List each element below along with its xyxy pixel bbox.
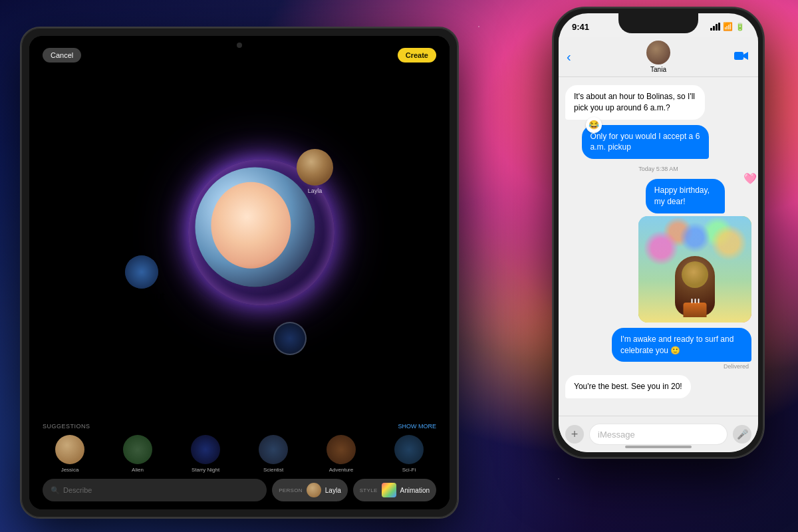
space-floating-item[interactable]: Space bbox=[273, 322, 307, 369]
iphone-device: 9:41 📶 🔋 ‹ Tania bbox=[552, 7, 765, 459]
iphone-notch bbox=[618, 13, 698, 33]
create-button[interactable]: Create bbox=[398, 48, 436, 63]
style-tag-value: Animation bbox=[400, 487, 430, 494]
svg-rect-0 bbox=[734, 52, 743, 60]
suggestion-adventure[interactable]: Adventure bbox=[314, 435, 368, 473]
describe-input[interactable]: 🔍 Describe bbox=[43, 479, 267, 501]
avatar-face bbox=[211, 182, 291, 269]
cancel-button[interactable]: Cancel bbox=[43, 48, 81, 63]
ipad-bottom-bar: 🔍 Describe PERSON Layla STYLE Animation bbox=[43, 476, 436, 509]
person-tag[interactable]: PERSON Layla bbox=[272, 479, 348, 501]
message-bubble-sent-4: I'm awake and ready to surf and celebrat… bbox=[612, 328, 751, 362]
mic-button[interactable]: 🎤 bbox=[733, 425, 751, 444]
alien-name: Alien bbox=[110, 467, 165, 473]
message-5: You're the best. See you in 20! bbox=[565, 375, 751, 398]
message-4: I'm awake and ready to surf and celebrat… bbox=[565, 328, 751, 370]
suggestion-starrynight[interactable]: Starry Night bbox=[178, 435, 233, 473]
ipad-camera bbox=[237, 43, 242, 48]
suggestions-header: SUGGESTIONS SHOW MORE bbox=[43, 423, 436, 430]
birthday-image bbox=[638, 216, 751, 323]
person-tag-value: Layla bbox=[325, 487, 341, 494]
contact-avatar bbox=[646, 41, 670, 65]
space-label: Space bbox=[273, 357, 307, 369]
message-bubble-sent-3: Happy birthday, my dear! bbox=[646, 179, 725, 213]
layla-floating-item[interactable]: Layla bbox=[297, 149, 333, 194]
alien-icon bbox=[123, 435, 152, 464]
contact-info[interactable]: Tania bbox=[646, 41, 670, 73]
astronaut-floating-item[interactable]: Astronaut bbox=[119, 255, 164, 303]
space-avatar bbox=[273, 322, 307, 355]
ipad-canvas: Layla Astronaut Space bbox=[29, 36, 450, 423]
message-1: It's about an hour to Bolinas, so I'll p… bbox=[565, 85, 751, 120]
status-time: 9:41 bbox=[572, 22, 589, 32]
birthday-cake bbox=[684, 303, 707, 317]
suggestions-grid: Jessica Alien Starry Night Scientist bbox=[43, 435, 436, 473]
suggestions-label: SUGGESTIONS bbox=[43, 423, 90, 430]
back-button[interactable]: ‹ bbox=[567, 49, 571, 65]
describe-placeholder: Describe bbox=[63, 486, 92, 494]
video-call-button[interactable] bbox=[734, 50, 749, 65]
style-tag-label: STYLE bbox=[360, 487, 378, 493]
message-2: Only for you would I accept a 6 a.m. pic… bbox=[565, 125, 751, 160]
battery-icon: 🔋 bbox=[735, 23, 745, 31]
timestamp-1: Today 5:38 AM bbox=[565, 166, 751, 172]
add-attachment-button[interactable]: + bbox=[565, 425, 584, 444]
candles bbox=[691, 299, 699, 303]
input-placeholder: iMessage bbox=[598, 430, 635, 440]
starrynight-name: Starry Night bbox=[178, 467, 233, 473]
jessica-name: Jessica bbox=[43, 467, 97, 473]
laugh-reaction: 😂 bbox=[586, 117, 602, 133]
ipad-device: Cancel Create Layla bbox=[20, 27, 459, 519]
imessage-header: ‹ Tania bbox=[559, 37, 758, 77]
layla-label: Layla bbox=[297, 188, 333, 194]
astronaut-avatar-small bbox=[125, 255, 158, 289]
iphone-screen: 9:41 📶 🔋 ‹ Tania bbox=[559, 13, 758, 452]
message-bubble-sent-2: Only for you would I accept a 6 a.m. pic… bbox=[582, 125, 710, 160]
suggestion-alien[interactable]: Alien bbox=[110, 435, 165, 473]
style-tag[interactable]: STYLE Animation bbox=[353, 479, 436, 501]
ipad-top-bar: Cancel Create bbox=[43, 48, 436, 63]
contact-name: Tania bbox=[650, 66, 666, 73]
status-icons: 📶 🔋 bbox=[710, 22, 745, 31]
scifi-name: Sci-Fi bbox=[382, 467, 436, 473]
ipad-content: Cancel Create Layla bbox=[29, 36, 450, 509]
suggestion-scientist[interactable]: Scientist bbox=[246, 435, 301, 473]
scientist-icon bbox=[259, 435, 288, 464]
suggestion-jessica[interactable]: Jessica bbox=[43, 435, 97, 473]
home-indicator bbox=[625, 446, 692, 448]
message-3: Happy birthday, my dear! 🩷 bbox=[565, 179, 751, 323]
person-tag-avatar bbox=[307, 483, 321, 497]
signal-icon bbox=[710, 23, 720, 31]
scifi-icon bbox=[394, 435, 424, 464]
message-bubble-received-1: It's about an hour to Bolinas, so I'll p… bbox=[565, 85, 705, 120]
adventure-name: Adventure bbox=[314, 467, 368, 473]
adventure-icon bbox=[327, 435, 356, 464]
ipad-screen: Cancel Create Layla bbox=[29, 36, 450, 509]
message-input[interactable]: iMessage bbox=[589, 424, 728, 445]
messages-area: It's about an hour to Bolinas, so I'll p… bbox=[559, 77, 758, 416]
starrynight-icon bbox=[191, 435, 220, 464]
scientist-name: Scientist bbox=[246, 467, 301, 473]
person-tag-label: PERSON bbox=[279, 487, 303, 493]
style-tag-icon bbox=[382, 483, 396, 497]
message-bubble-received-5: You're the best. See you in 20! bbox=[565, 375, 691, 398]
delivered-status: Delivered bbox=[724, 363, 749, 370]
birthday-face bbox=[682, 261, 708, 288]
jessica-icon bbox=[55, 435, 84, 464]
show-more-button[interactable]: SHOW MORE bbox=[398, 423, 437, 430]
wifi-icon: 📶 bbox=[723, 22, 733, 31]
astronaut-label: Astronaut bbox=[119, 291, 164, 303]
heart-reaction: 🩷 bbox=[743, 172, 757, 185]
suggestions-section: SUGGESTIONS SHOW MORE Jessica Alien Star… bbox=[43, 423, 436, 473]
layla-avatar bbox=[297, 149, 333, 186]
suggestion-scifi[interactable]: Sci-Fi bbox=[382, 435, 436, 473]
